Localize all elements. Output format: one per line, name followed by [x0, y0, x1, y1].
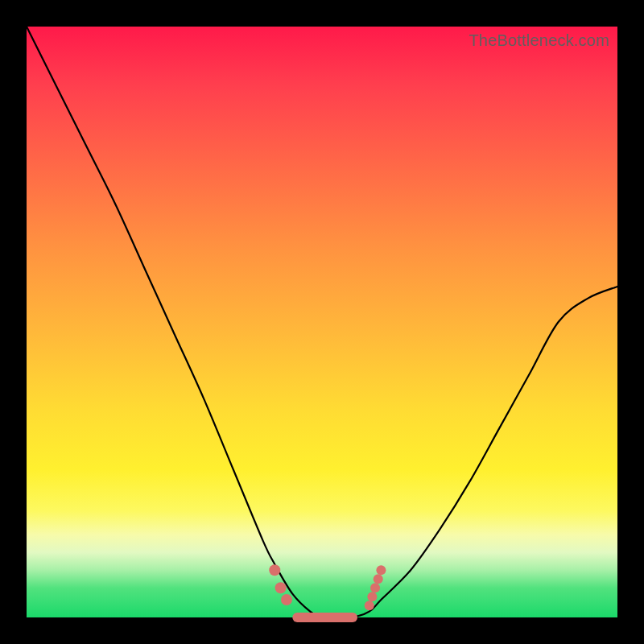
marker-cluster-left — [269, 564, 292, 605]
bottleneck-curve — [27, 27, 617, 618]
plot-area: TheBottleneck.com — [27, 27, 617, 617]
svg-point-4 — [367, 592, 377, 601]
svg-point-7 — [376, 565, 386, 575]
svg-point-1 — [275, 582, 287, 593]
marker-cluster-right — [365, 565, 386, 610]
svg-point-6 — [374, 574, 383, 584]
svg-point-3 — [365, 601, 374, 610]
svg-point-5 — [370, 583, 380, 592]
marker-bottom-pill — [292, 613, 357, 622]
svg-point-0 — [269, 564, 280, 576]
svg-point-2 — [281, 594, 292, 605]
curve-svg — [27, 27, 617, 617]
chart-frame: TheBottleneck.com — [0, 0, 644, 644]
